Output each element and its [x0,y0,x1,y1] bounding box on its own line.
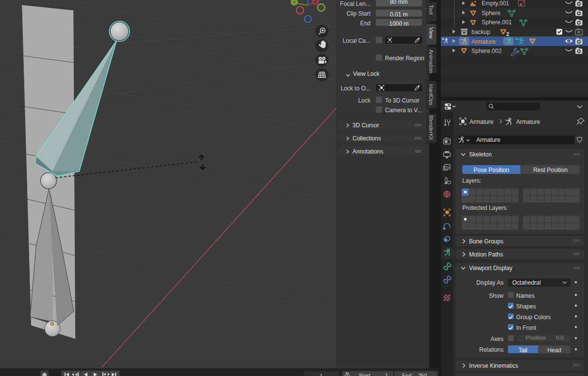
svg-text:Y: Y [293,0,296,5]
svg-text:End: End [402,373,412,376]
svg-text:Sphere: Sphere [482,10,501,17]
svg-text:Armature: Armature [516,119,540,125]
svg-text:Start: Start [359,373,370,376]
svg-text:backup: backup [471,29,490,35]
svg-text:Sphere.001: Sphere.001 [482,19,512,26]
svg-text:Empty.001: Empty.001 [482,0,509,7]
svg-text:X: X [314,0,317,4]
svg-text:1: 1 [385,373,388,376]
svg-text:Armature: Armature [471,38,496,45]
svg-text:Sphere.002: Sphere.002 [471,48,502,54]
svg-text:250: 250 [418,373,427,376]
svg-text:Armature: Armature [470,119,494,125]
svg-text:2: 2 [506,32,509,37]
